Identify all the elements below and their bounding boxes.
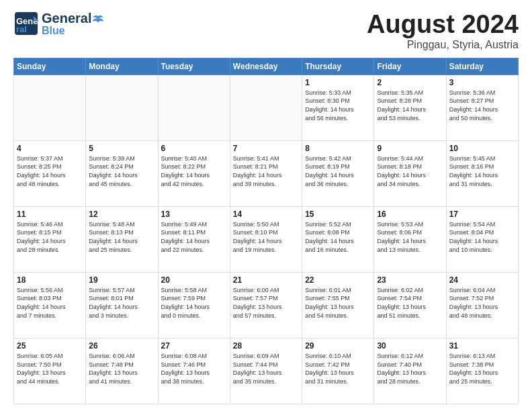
day-number: 2 [377,78,443,87]
week-row-3: 11Sunrise: 5:46 AM Sunset: 8:15 PM Dayli… [14,206,519,272]
day-cell: 8Sunrise: 5:42 AM Sunset: 8:19 PM Daylig… [302,140,374,206]
day-number: 27 [161,341,227,351]
day-info: Sunrise: 5:35 AM Sunset: 8:28 PM Dayligh… [377,89,443,122]
day-number: 26 [89,341,154,351]
logo-blue: Blue [42,26,105,36]
day-number: 22 [305,275,371,285]
day-info: Sunrise: 5:33 AM Sunset: 8:30 PM Dayligh… [305,89,371,122]
day-info: Sunrise: 5:46 AM Sunset: 8:15 PM Dayligh… [17,220,83,254]
day-info: Sunrise: 5:52 AM Sunset: 8:08 PM Dayligh… [305,220,371,254]
day-number: 1 [305,78,371,87]
day-number: 19 [89,275,154,285]
week-row-1: 1Sunrise: 5:33 AM Sunset: 8:30 PM Daylig… [14,75,519,140]
day-cell: 11Sunrise: 5:46 AM Sunset: 8:15 PM Dayli… [14,206,86,272]
day-number: 10 [449,144,515,153]
day-cell: 18Sunrise: 5:56 AM Sunset: 8:03 PM Dayli… [14,272,86,338]
day-cell: 22Sunrise: 6:01 AM Sunset: 7:55 PM Dayli… [302,272,374,338]
day-cell: 27Sunrise: 6:08 AM Sunset: 7:46 PM Dayli… [158,338,230,404]
day-info: Sunrise: 5:41 AM Sunset: 8:21 PM Dayligh… [233,154,299,188]
day-info: Sunrise: 5:44 AM Sunset: 8:18 PM Dayligh… [377,154,443,188]
day-number: 5 [89,144,154,153]
day-cell: 1Sunrise: 5:33 AM Sunset: 8:30 PM Daylig… [302,75,374,140]
week-row-4: 18Sunrise: 5:56 AM Sunset: 8:03 PM Dayli… [14,272,519,338]
title-section: August 2024 Pinggau, Styria, Austria [367,11,519,51]
day-cell: 19Sunrise: 5:57 AM Sunset: 8:01 PM Dayli… [86,272,158,338]
day-cell: 24Sunrise: 6:04 AM Sunset: 7:52 PM Dayli… [446,272,518,338]
day-info: Sunrise: 5:48 AM Sunset: 8:13 PM Dayligh… [89,220,154,254]
day-cell [158,75,230,140]
day-cell: 13Sunrise: 5:49 AM Sunset: 8:11 PM Dayli… [158,206,230,272]
day-number: 12 [89,210,154,219]
day-number: 8 [305,144,371,153]
header-row: SundayMondayTuesdayWednesdayThursdayFrid… [14,58,519,75]
day-cell: 5Sunrise: 5:39 AM Sunset: 8:24 PM Daylig… [86,140,158,206]
logo-icon: Gene ral [13,11,39,36]
day-number: 3 [449,78,515,87]
day-number: 13 [161,210,227,219]
day-cell [14,75,86,140]
week-row-2: 4Sunrise: 5:37 AM Sunset: 8:25 PM Daylig… [14,140,519,206]
week-row-5: 25Sunrise: 6:05 AM Sunset: 7:50 PM Dayli… [14,338,519,404]
day-info: Sunrise: 6:08 AM Sunset: 7:46 PM Dayligh… [161,352,227,385]
header-cell-friday: Friday [374,58,446,75]
day-info: Sunrise: 5:49 AM Sunset: 8:11 PM Dayligh… [161,220,227,254]
day-cell: 15Sunrise: 5:52 AM Sunset: 8:08 PM Dayli… [302,206,374,272]
day-info: Sunrise: 6:10 AM Sunset: 7:42 PM Dayligh… [305,352,371,385]
day-cell: 28Sunrise: 6:09 AM Sunset: 7:44 PM Dayli… [230,338,302,404]
day-info: Sunrise: 5:45 AM Sunset: 8:16 PM Dayligh… [449,154,515,188]
header-cell-sunday: Sunday [14,58,86,75]
day-number: 15 [305,210,371,219]
day-info: Sunrise: 5:53 AM Sunset: 8:06 PM Dayligh… [377,220,443,254]
day-number: 31 [449,341,515,351]
header: Gene ral General Blue August 2024 Pingga… [13,11,519,51]
day-number: 29 [305,341,371,351]
day-cell: 6Sunrise: 5:40 AM Sunset: 8:22 PM Daylig… [158,140,230,206]
day-info: Sunrise: 6:01 AM Sunset: 7:55 PM Dayligh… [305,286,371,320]
day-number: 23 [377,275,443,285]
page: Gene ral General Blue August 2024 Pingga… [0,0,532,411]
day-info: Sunrise: 5:37 AM Sunset: 8:25 PM Dayligh… [17,154,83,188]
logo-name: General [42,11,105,26]
day-number: 7 [233,144,299,153]
day-number: 18 [17,275,83,285]
header-cell-thursday: Thursday [302,58,374,75]
day-cell: 26Sunrise: 6:06 AM Sunset: 7:48 PM Dayli… [86,338,158,404]
day-number: 20 [161,275,227,285]
day-cell: 29Sunrise: 6:10 AM Sunset: 7:42 PM Dayli… [302,338,374,404]
header-cell-monday: Monday [86,58,158,75]
day-number: 21 [233,275,299,285]
day-info: Sunrise: 5:42 AM Sunset: 8:19 PM Dayligh… [305,154,371,188]
day-cell: 2Sunrise: 5:35 AM Sunset: 8:28 PM Daylig… [374,75,446,140]
calendar-header: SundayMondayTuesdayWednesdayThursdayFrid… [14,58,519,75]
day-cell: 30Sunrise: 6:12 AM Sunset: 7:40 PM Dayli… [374,338,446,404]
day-cell: 20Sunrise: 5:58 AM Sunset: 7:59 PM Dayli… [158,272,230,338]
day-number: 14 [233,210,299,219]
day-info: Sunrise: 5:50 AM Sunset: 8:10 PM Dayligh… [233,220,299,254]
day-cell: 31Sunrise: 6:13 AM Sunset: 7:38 PM Dayli… [446,338,518,404]
day-number: 11 [17,210,83,219]
day-info: Sunrise: 5:40 AM Sunset: 8:22 PM Dayligh… [161,154,227,188]
day-number: 25 [17,341,83,351]
calendar-table: SundayMondayTuesdayWednesdayThursdayFrid… [13,58,519,404]
day-cell [86,75,158,140]
day-info: Sunrise: 6:05 AM Sunset: 7:50 PM Dayligh… [17,352,83,385]
day-number: 6 [161,144,227,153]
logo: Gene ral General Blue [13,11,105,36]
day-info: Sunrise: 5:54 AM Sunset: 8:04 PM Dayligh… [449,220,515,254]
day-info: Sunrise: 6:06 AM Sunset: 7:48 PM Dayligh… [89,352,154,385]
header-cell-wednesday: Wednesday [230,58,302,75]
day-info: Sunrise: 6:00 AM Sunset: 7:57 PM Dayligh… [233,286,299,320]
day-number: 24 [449,275,515,285]
calendar-body: 1Sunrise: 5:33 AM Sunset: 8:30 PM Daylig… [14,75,519,404]
day-cell: 23Sunrise: 6:02 AM Sunset: 7:54 PM Dayli… [374,272,446,338]
day-number: 16 [377,210,443,219]
day-info: Sunrise: 5:57 AM Sunset: 8:01 PM Dayligh… [89,286,154,320]
page-subtitle: Pinggau, Styria, Austria [367,39,519,51]
day-cell: 7Sunrise: 5:41 AM Sunset: 8:21 PM Daylig… [230,140,302,206]
header-cell-tuesday: Tuesday [158,58,230,75]
day-number: 4 [17,144,83,153]
day-info: Sunrise: 6:09 AM Sunset: 7:44 PM Dayligh… [233,352,299,385]
day-info: Sunrise: 5:36 AM Sunset: 8:27 PM Dayligh… [449,89,515,122]
day-cell: 3Sunrise: 5:36 AM Sunset: 8:27 PM Daylig… [446,75,518,140]
day-info: Sunrise: 6:04 AM Sunset: 7:52 PM Dayligh… [449,286,515,320]
